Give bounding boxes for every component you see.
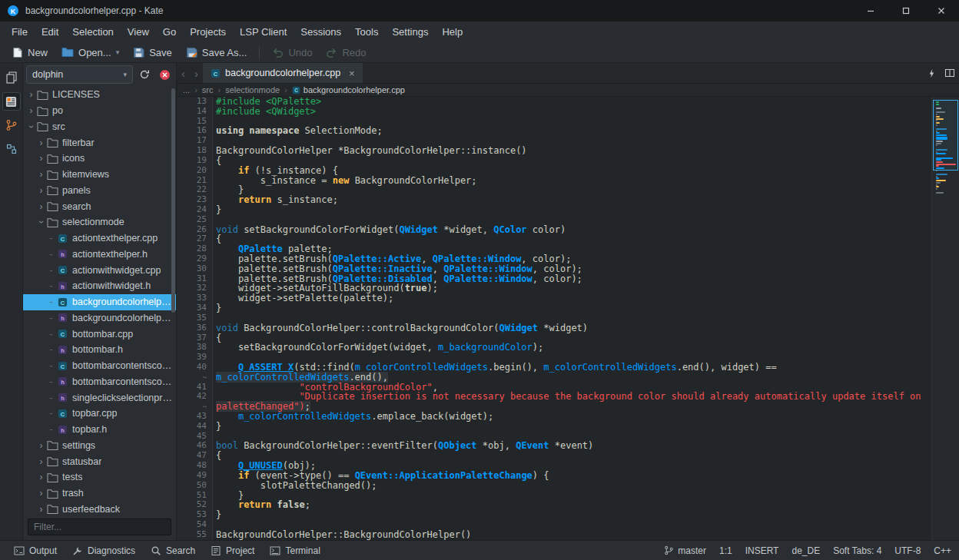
tree-item[interactable]: -hbackgroundcolorhelper.h xyxy=(23,310,176,326)
code-line[interactable]: s_instance = new BackgroundColorHelper; xyxy=(216,176,959,186)
tree-item[interactable]: -htopbar.h xyxy=(23,422,176,438)
code-line[interactable]: void BackgroundColorHelper::controlBackg… xyxy=(216,323,959,333)
input-mode[interactable]: INSERT xyxy=(745,545,779,556)
dictionary[interactable]: de_DE xyxy=(791,545,820,556)
tree-item[interactable]: ›kitemviews xyxy=(23,167,176,183)
syntax-mode[interactable]: C++ xyxy=(934,545,951,556)
tree-item[interactable]: -Cactiontexthelper.cpp xyxy=(23,230,176,247)
chevron-collapsed-icon[interactable]: › xyxy=(36,138,46,148)
chevron-collapsed-icon[interactable]: › xyxy=(36,153,46,164)
chevron-collapsed-icon[interactable]: › xyxy=(36,456,46,467)
menu-sessions[interactable]: Sessions xyxy=(294,24,348,40)
code-line[interactable]: bool BackgroundColorHelper::eventFilter(… xyxy=(216,441,959,451)
menu-go[interactable]: Go xyxy=(156,24,183,40)
menu-selection[interactable]: Selection xyxy=(65,24,120,40)
code-line[interactable]: #include <QPalette> xyxy=(216,97,959,107)
close-button[interactable] xyxy=(924,0,959,22)
code-line[interactable]: } xyxy=(216,303,959,313)
search-button[interactable]: Search xyxy=(144,543,201,558)
menu-view[interactable]: View xyxy=(121,24,156,40)
tree-item[interactable]: -Cactionwithwidget.cpp xyxy=(23,262,176,278)
terminal-button[interactable]: Terminal xyxy=(264,543,326,558)
tab-close-icon[interactable]: × xyxy=(349,68,355,79)
tree-item[interactable]: ›panels xyxy=(23,183,176,199)
minimize-button[interactable] xyxy=(853,0,888,22)
chevron-expanded-icon[interactable]: › xyxy=(26,121,37,131)
code-line[interactable]: return false; xyxy=(216,500,959,510)
chevron-collapsed-icon[interactable]: › xyxy=(36,185,46,196)
minimap-viewport[interactable] xyxy=(933,100,958,171)
split-view-button[interactable] xyxy=(941,63,959,83)
chevron-collapsed-icon[interactable]: › xyxy=(36,201,46,212)
code-line[interactable]: } xyxy=(216,491,959,501)
code-line[interactable]: BackgroundColorHelper *BackgroundColorHe… xyxy=(216,146,959,156)
tree-item[interactable]: ›LICENSES xyxy=(23,87,176,103)
filter-input[interactable] xyxy=(28,519,171,535)
quick-actions-button[interactable] xyxy=(922,63,941,83)
git-branch-indicator[interactable]: master xyxy=(664,545,706,556)
code-line[interactable]: BackgroundColorHelper::BackgroundColorHe… xyxy=(216,530,959,540)
code-line[interactable]: widget->setPalette(palette); xyxy=(216,293,959,303)
code-line[interactable]: #include <QWidget> xyxy=(216,107,959,117)
diagnostics-button[interactable]: Diagnostics xyxy=(66,543,141,558)
toolview-documents-button[interactable] xyxy=(2,68,21,87)
save-as-button[interactable]: Save As... xyxy=(179,45,254,61)
code-line[interactable]: using namespace SelectionMode; xyxy=(216,126,959,136)
chevron-collapsed-icon[interactable]: › xyxy=(36,472,46,482)
tree-item[interactable]: ›po xyxy=(23,103,176,119)
menu-projects[interactable]: Projects xyxy=(183,24,233,40)
tree-item[interactable]: -hactiontexthelper.h xyxy=(23,247,176,263)
output-button[interactable]: Output xyxy=(8,543,63,558)
chevron-expanded-icon[interactable]: › xyxy=(36,217,47,227)
tree-item[interactable]: ›settings xyxy=(23,438,176,454)
menu-file[interactable]: File xyxy=(5,24,35,40)
stop-button[interactable] xyxy=(156,66,173,83)
tree-item[interactable]: ›icons xyxy=(23,151,176,167)
code-line[interactable]: { xyxy=(216,451,959,461)
menu-help[interactable]: Help xyxy=(435,24,470,40)
tree-item[interactable]: -Cbottombar.cpp xyxy=(23,326,176,342)
tab-backgroundcolorhelper-cpp[interactable]: C backgroundcolorhelper.cpp × xyxy=(203,63,363,83)
panel-scrollbar[interactable] xyxy=(171,88,175,313)
chevron-collapsed-icon[interactable]: › xyxy=(36,440,46,451)
code-line[interactable]: } xyxy=(216,205,959,215)
toolview-symbols-button[interactable] xyxy=(2,140,21,158)
tree-item[interactable]: ›filterbar xyxy=(23,134,176,151)
tab-settings[interactable]: Soft Tabs: 4 xyxy=(833,545,881,556)
code-line[interactable]: void setBackgroundColorForWidget(QWidget… xyxy=(216,225,959,235)
refresh-button[interactable] xyxy=(136,66,153,83)
tree-item[interactable]: -hbottombar.h xyxy=(23,342,176,358)
minimap[interactable] xyxy=(931,97,959,540)
code-line[interactable]: setBackgroundColorForWidget(widget, m_ba… xyxy=(216,343,959,353)
code-area[interactable]: 1314151617181920212223242526272829303132… xyxy=(177,97,959,540)
toolview-git-button[interactable] xyxy=(2,116,21,134)
tree-item[interactable]: ›trash xyxy=(23,485,176,502)
tree-item[interactable]: -hactionwithwidget.h xyxy=(23,278,176,294)
chevron-collapsed-icon[interactable]: › xyxy=(26,105,36,116)
code-line[interactable]: return s_instance; xyxy=(216,195,959,205)
breadcrumb-item[interactable]: selectionmode xyxy=(225,85,280,94)
code-line[interactable]: m_colorControlledWidgets.emplace_back(wi… xyxy=(216,412,959,422)
encoding[interactable]: UTF-8 xyxy=(894,545,921,556)
open-button[interactable]: Open...▾ xyxy=(55,45,126,61)
chevron-collapsed-icon[interactable]: › xyxy=(36,504,46,515)
menu-tools[interactable]: Tools xyxy=(348,24,385,40)
tree-item[interactable]: ›userfeedback xyxy=(23,502,176,516)
code-line[interactable]: "Duplicate insertion is not necessary be… xyxy=(216,392,959,402)
undo-button[interactable]: Undo xyxy=(265,45,319,61)
tree-item[interactable]: ›selectionmode xyxy=(23,214,176,230)
project-selector[interactable]: dolphin ▾ xyxy=(26,65,133,84)
tree-item[interactable]: ›statusbar xyxy=(23,453,176,469)
tree-item[interactable]: ›search xyxy=(23,198,176,214)
tree-item[interactable]: -Cbottombarcontentscont... xyxy=(23,358,176,374)
menu-edit[interactable]: Edit xyxy=(35,24,65,40)
tab-next-button[interactable]: › xyxy=(190,63,203,83)
save-button[interactable]: Save xyxy=(126,45,179,61)
tree-item[interactable]: ›src xyxy=(23,119,176,135)
tree-item[interactable]: -Ctopbar.cpp xyxy=(23,406,176,422)
new-button[interactable]: New xyxy=(5,45,55,61)
chevron-collapsed-icon[interactable]: › xyxy=(26,89,36,100)
chevron-collapsed-icon[interactable]: › xyxy=(36,169,46,180)
tree-item[interactable]: -hsingleclickselectionproxy... xyxy=(23,389,176,406)
menu-settings[interactable]: Settings xyxy=(385,24,435,40)
